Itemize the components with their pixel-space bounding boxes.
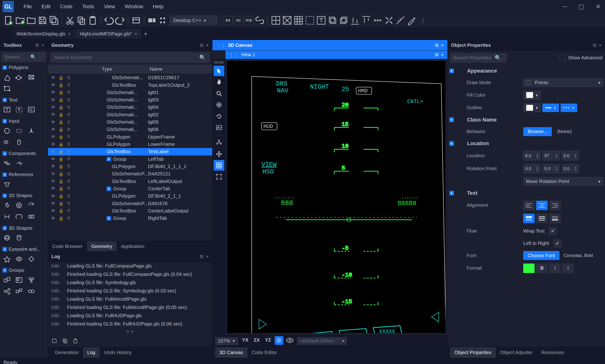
align-left[interactable] (523, 201, 535, 210)
toolbox-tool-icon[interactable] (2, 275, 12, 285)
draw-mode-dropdown[interactable]: Points (523, 78, 603, 87)
bottom-tab[interactable]: Resources (537, 347, 569, 358)
toolbox-tool-icon[interactable] (14, 275, 24, 285)
grid2-icon[interactable] (282, 15, 292, 26)
toolbox-search[interactable]: 🔍 (2, 52, 46, 62)
close-icon[interactable]: × (206, 254, 209, 259)
lock-icon[interactable]: 🔒 (58, 82, 64, 88)
visibility-icon[interactable]: 👁 (51, 142, 56, 147)
geometry-search[interactable]: 🔍 (51, 52, 210, 63)
toolbox-tool-icon[interactable] (14, 105, 24, 115)
geometry-row[interactable]: 👁🔒⚲GlsSchemati...D1B51C29617 (48, 74, 212, 81)
axis-yx[interactable]: YX (240, 336, 250, 346)
show-advanced-checkbox[interactable] (559, 55, 566, 61)
bottom-tab[interactable]: 3D Canvas (215, 347, 247, 358)
visibility-icon[interactable]: 👁 (51, 112, 56, 117)
toolbox-tool-icon[interactable] (2, 158, 12, 168)
toolbox-tool-icon[interactable] (2, 286, 12, 296)
prop-icon[interactable]: ⚲ (66, 75, 71, 80)
prop-icon[interactable]: ⚲ (66, 164, 71, 169)
align-bottom-icon[interactable] (350, 15, 360, 26)
format-italic[interactable]: I (550, 263, 561, 273)
move-icon[interactable] (214, 149, 224, 159)
generate-icon[interactable] (131, 15, 141, 26)
prop-icon[interactable]: ⚲ (66, 149, 71, 154)
visibility-icon[interactable]: 👁 (51, 179, 56, 184)
eyedropper-icon[interactable] (407, 15, 417, 26)
valign-top[interactable] (523, 214, 535, 223)
geometry-row[interactable]: 👁🔒⚲GlsSchemati...tgt04 (48, 104, 212, 111)
geometry-row[interactable]: 👁🔒⚲GlsTextBoxTestLabel (48, 148, 212, 155)
fill-color-picker[interactable] (523, 91, 541, 100)
close-tab-icon[interactable]: × (68, 31, 71, 37)
visibility-icon[interactable]: 👁 (51, 194, 56, 199)
lock-icon[interactable]: 🔒 (58, 179, 64, 184)
geometry-row[interactable]: 👁🔒⚲▾GroupLeftTab (48, 156, 212, 163)
popout-icon[interactable]: ⧉ (200, 42, 203, 48)
bottom-tab[interactable]: Undo History (100, 347, 136, 358)
prop-icon[interactable]: ⚲ (66, 127, 71, 132)
toolbox-tool-icon[interactable] (2, 201, 12, 210)
align-right[interactable] (550, 201, 561, 210)
prop-icon[interactable]: ⚲ (66, 186, 71, 191)
popout-icon[interactable]: ⧉ (200, 254, 203, 259)
toolbox-tool-icon[interactable] (14, 212, 24, 222)
text-tool-icon[interactable] (316, 15, 326, 26)
open-icon[interactable] (26, 15, 36, 26)
visibility-icon[interactable]: 👁 (51, 82, 56, 88)
maximize-button[interactable]: ▢ (577, 1, 586, 12)
menu-help[interactable]: Help (148, 2, 168, 11)
toolbox-tool-icon[interactable] (14, 137, 24, 147)
menu-tools[interactable]: Tools (78, 2, 99, 11)
close-tab-icon[interactable]: × (134, 31, 137, 37)
outline-style1[interactable] (542, 104, 559, 112)
move-rotation-dropdown[interactable]: Move Rotation Point (523, 177, 603, 185)
es-badge[interactable]: ES (223, 16, 233, 25)
choose-font-button[interactable]: Choose Font (523, 251, 559, 260)
bottom-tab[interactable]: Code Editor (247, 347, 282, 358)
popout-icon[interactable]: ⧉ (593, 42, 596, 48)
popout-icon[interactable]: ⧉ (435, 42, 438, 48)
collapse-icon[interactable]: ▾ (3, 151, 7, 156)
toolbox-tool-icon[interactable] (26, 212, 36, 222)
geometry-row[interactable]: 👁🔒⚲GlsSchemati...tgt03 (48, 96, 212, 104)
valign-bottom[interactable] (550, 214, 561, 223)
new-file-icon[interactable] (3, 15, 14, 26)
lock-icon[interactable]: 🔒 (58, 120, 64, 125)
panel-tab[interactable]: Geometry (87, 241, 117, 251)
geometry-row[interactable]: 👁🔒⚲▾GroupCenterTab (48, 185, 212, 192)
visibility-icon[interactable]: 👁 (51, 164, 56, 169)
collapse-icon[interactable]: ▾ (3, 247, 7, 251)
lock-icon[interactable]: 🔒 (58, 149, 64, 154)
prop-icon[interactable]: ⚲ (66, 171, 71, 177)
lock-icon[interactable]: 🔒 (58, 90, 64, 95)
popout-icon[interactable]: ⧉ (36, 42, 39, 48)
tabs-dropdown-icon[interactable]: ▾ (144, 31, 147, 37)
save-icon[interactable] (37, 15, 48, 26)
menu-code[interactable]: Code (56, 2, 77, 11)
toolbox-tool-icon[interactable] (26, 105, 36, 115)
lock-icon[interactable]: 🔒 (58, 208, 64, 213)
geometry-row[interactable]: 👁🔒⚲GLPolygonUpperFrame (48, 133, 212, 141)
toolbox-tool-icon[interactable] (14, 286, 24, 296)
toolbox-tool-icon[interactable] (14, 158, 24, 168)
visibility-icon[interactable]: 👁 (51, 201, 56, 206)
close-icon[interactable]: × (206, 42, 209, 48)
visibility-icon[interactable]: 👁 (51, 186, 56, 191)
toolbox-tool-icon[interactable] (2, 179, 12, 189)
lock-icon[interactable]: 🔒 (58, 164, 64, 169)
location-y[interactable]: 97▲▼ (542, 151, 560, 160)
lock-icon[interactable]: 🔒 (58, 127, 64, 132)
axis-3d[interactable] (275, 336, 283, 345)
lock-icon[interactable]: 🔒 (58, 97, 64, 103)
rotpt-x[interactable]: 0.0▲▼ (523, 164, 541, 174)
file-tab[interactable]: WideScreenDisplay.gls× (12, 29, 75, 39)
prop-icon[interactable]: ⚲ (66, 142, 71, 147)
visibility-icon[interactable]: 👁 (51, 75, 56, 80)
menu-file[interactable]: File (19, 2, 36, 11)
lock-icon[interactable]: 🔒 (58, 112, 64, 117)
geometry-row[interactable]: 👁🔒⚲GlsTextBoxCenterLabelOutput (48, 207, 212, 215)
run-icon[interactable] (147, 15, 157, 26)
axis-zx[interactable]: ZX (252, 336, 262, 346)
close-icon[interactable]: × (599, 42, 602, 48)
